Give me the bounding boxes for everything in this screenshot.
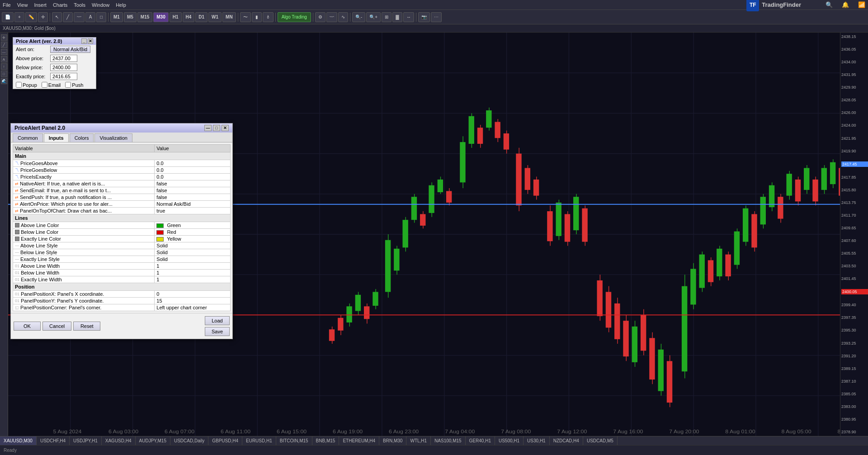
row-above-line-style[interactable]: — Above Line Style Solid [13,242,231,249]
tab-inputs[interactable]: Inputs [44,133,69,142]
menu-view[interactable]: View [17,2,28,8]
btab-usdjpy-h1[interactable]: USDJPY,H1 [70,436,102,445]
btab-eurusd-h1[interactable]: EURUSD,H1 [242,436,276,445]
row-panel-on-top[interactable]: ⇄ PanelOnTopOfChart: Draw chart as bac..… [13,208,231,214]
btab-bnb-m15[interactable]: BNB,M15 [312,436,340,445]
arrow-tool[interactable]: ↑ [1,63,7,70]
menu-insert[interactable]: Insert [34,2,47,8]
tf-m15[interactable]: M15 [137,12,152,22]
exactly-price-value[interactable]: 2416.65 [50,73,77,80]
val-panel-pos-y[interactable]: 15 [155,298,231,304]
row-below-line-color[interactable]: Below Line Color Red [13,229,231,236]
line-chart-btn[interactable]: 〜 [240,12,251,22]
more-btn[interactable]: ⋯ [431,12,442,22]
tf-mn[interactable]: MN [222,12,236,22]
close-panel-btn[interactable]: ✕ [222,125,229,131]
row-above-line-color[interactable]: Above Line Color Green [13,222,231,229]
val-native-alert[interactable]: false [155,180,231,187]
row-send-push[interactable]: ⇄ SendPush: If true, a push notification… [13,194,231,201]
tf-w1[interactable]: W1 [208,12,222,22]
rect-tool[interactable]: □ [1,71,7,77]
above-price-value[interactable]: 2437.00 [50,55,77,62]
row-exactly-line-width[interactable]: 01 Exactly Line Width 1 [13,276,231,283]
val-above-line-style[interactable]: Solid [155,242,231,249]
signal-icon[interactable]: 📶 [858,1,865,8]
row-price-is-exactly[interactable]: 〽 PriceIsExactly 0.0 [13,174,231,180]
tab-visualization[interactable]: Visualization [94,133,132,142]
push-checkbox[interactable]: Push [65,82,83,88]
btab-xauusd-m30[interactable]: XAUUSD,M30 [0,436,37,445]
tab-colors[interactable]: Colors [70,133,94,142]
val-exactly-line-style[interactable]: Solid [155,256,231,263]
val-below-line-style[interactable]: Solid [155,249,231,256]
btab-usdcad-daily[interactable]: USDCAD,Daily [170,436,208,445]
val-below-line-color[interactable]: Red [155,229,231,236]
val-below-line-width[interactable]: 1 [155,270,231,276]
btab-usdchf-h4[interactable]: USDCHF,H4 [37,436,70,445]
save-button[interactable]: Save [205,327,230,336]
btab-brn-m30[interactable]: BRN,M30 [379,436,406,445]
btab-wtl-h1[interactable]: WTL,H1 [406,436,431,445]
auto-scroll-btn[interactable]: ↔ [403,12,414,22]
btab-ethereum-h4[interactable]: ETHEREUM,H4 [339,436,379,445]
algo-trading-btn[interactable]: Algo Trading [278,12,311,22]
minimize-btn[interactable]: _ [81,38,87,44]
tf-m30[interactable]: M30 [153,12,168,22]
candle-btn[interactable]: 🕯 [263,12,274,22]
row-above-line-width[interactable]: 01 Above Line Width 1 [13,263,231,270]
close-btn[interactable]: ✕ [88,38,93,44]
push-check[interactable] [65,82,71,88]
val-send-push[interactable]: false [155,194,231,201]
minimize-panel-btn[interactable]: — [204,125,212,131]
zoom-out-btn[interactable]: 🔍- [352,12,365,22]
cursor-btn[interactable]: ↖ [52,12,62,22]
val-panel-pos-x[interactable]: 0 [155,291,231,298]
volume-btn[interactable]: ▓ [392,12,402,22]
btab-bitcoin-m15[interactable]: BITCOIN,M15 [276,436,312,445]
crosshair-btn[interactable]: ✛ [38,12,48,22]
btab-usdcad-m5[interactable]: USDCAD,M5 [583,436,618,445]
val-above-line-width[interactable]: 1 [155,263,231,270]
val-exactly-line-width[interactable]: 1 [155,276,231,283]
line-btn[interactable]: ╱ [63,12,73,22]
hline-tool[interactable]: — [1,49,7,55]
row-panel-pos-x[interactable]: 01 PanelPositionX: Panel's X coordinate.… [13,291,231,298]
reset-button[interactable]: Reset [73,322,100,331]
load-button[interactable]: Load [205,316,230,325]
ok-button[interactable]: OK [14,322,41,331]
waves-btn[interactable]: ∿ [338,12,348,22]
val-send-email[interactable]: false [155,187,231,194]
val-exactly-line-color[interactable]: Yellow [155,236,231,242]
btab-gbpusd-h4[interactable]: GBPUSD,H4 [208,436,242,445]
indicators-btn[interactable]: ⚙ [315,12,326,22]
btab-xagusd-h4[interactable]: XAGUSD,H4 [102,436,136,445]
val-price-goes-above[interactable]: 0.0 [155,160,231,167]
tab-common[interactable]: Common [13,133,43,142]
row-exactly-line-color[interactable]: Exactly Line Color Yellow [13,236,231,242]
bar-chart-btn[interactable]: ▮ [252,12,262,22]
tf-h4[interactable]: H4 [183,12,195,22]
tf-h1[interactable]: H1 [170,12,182,22]
row-native-alert[interactable]: ⇄ NativeAlert: If true, a native alert i… [13,180,231,187]
zoom-in2-btn[interactable]: 🔍+ [366,12,381,22]
restore-panel-btn[interactable]: □ [213,125,220,131]
alert-on-value[interactable]: Normal Ask/Bid [50,46,90,53]
tf-d1[interactable]: D1 [195,12,208,22]
email-check[interactable] [42,82,47,88]
below-price-value[interactable]: 2400.00 [50,64,77,71]
btab-nas100-m15[interactable]: NAS100,M15 [431,436,465,445]
search-icon[interactable]: 🔍 [826,1,833,8]
row-panel-corner[interactable]: ◱ PanelPositionCorner: Panel's corner. L… [13,304,231,311]
popup-checkbox[interactable]: Popup [16,82,37,88]
new-chart-btn[interactable]: 📄 [2,12,14,22]
row-send-email[interactable]: ⇄ SendEmail: If true, an e-mail is sent … [13,187,231,194]
val-price-goes-below[interactable]: 0.0 [155,167,231,174]
rect-btn[interactable]: □ [96,12,106,22]
row-below-line-style[interactable]: — Below Line Style Solid [13,249,231,256]
draw-btn[interactable]: ✏️ [25,12,37,22]
crosshair-tool[interactable]: ✛ [1,34,7,41]
cancel-button[interactable]: Cancel [42,322,71,331]
tf-m1[interactable]: M1 [110,12,123,22]
notification-icon[interactable]: 🔔 [842,1,849,8]
row-exactly-line-style[interactable]: — Exactly Line Style Solid [13,256,231,263]
